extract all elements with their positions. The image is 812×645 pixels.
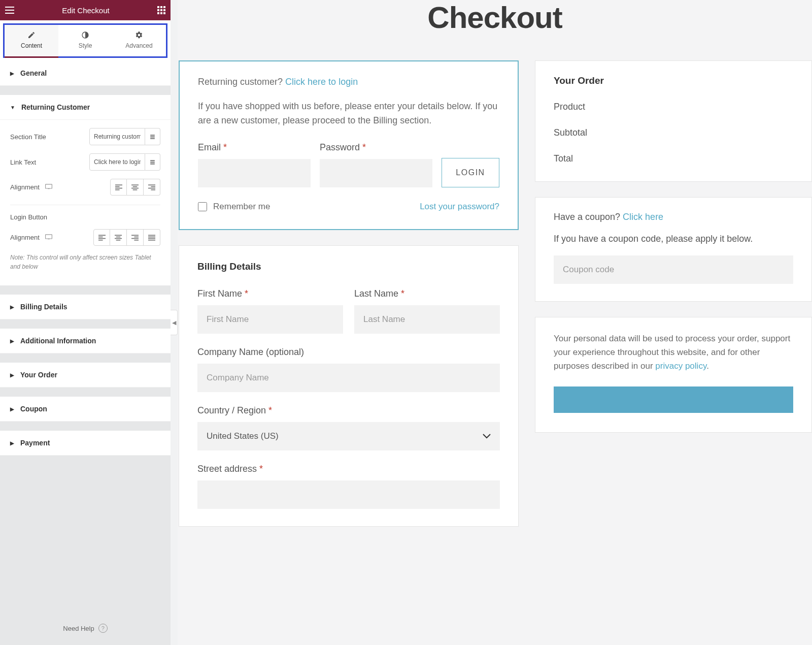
svg-rect-10: [46, 184, 52, 188]
page-title: Checkout: [178, 0, 812, 60]
order-heading: Your Order: [554, 75, 793, 86]
sidebar-footer[interactable]: Need Help ?: [0, 611, 171, 645]
tabs-highlight: Content Style Advanced: [0, 20, 171, 61]
svg-rect-7: [160, 12, 162, 14]
responsive-icon[interactable]: [45, 184, 52, 189]
returning-controls: Section Title Link Text: [0, 120, 171, 285]
coupon-instructions: If you have a coupon code, please apply …: [554, 234, 793, 244]
caret-down-icon: ▼: [10, 105, 15, 110]
editor-sidebar: Edit Checkout Content Style Advanced: [0, 0, 171, 645]
need-help-label: Need Help: [63, 625, 94, 632]
help-icon: ?: [98, 624, 108, 633]
align-left-button[interactable]: [110, 179, 127, 196]
privacy-policy-link[interactable]: privacy policy: [655, 361, 706, 371]
coupon-card: Have a coupon? Click here If you have a …: [535, 197, 812, 302]
password-field[interactable]: [320, 159, 432, 187]
tab-style-label: Style: [79, 42, 92, 49]
align-left-button[interactable]: [93, 229, 110, 246]
responsive-icon[interactable]: [45, 234, 52, 240]
street-field[interactable]: [197, 480, 500, 509]
place-order-button[interactable]: [554, 386, 793, 413]
login-alignment-choices: [93, 229, 160, 246]
section-label: Billing Details: [20, 303, 67, 311]
apps-icon[interactable]: [157, 6, 165, 14]
svg-rect-3: [157, 9, 159, 11]
street-label: Street address *: [197, 464, 500, 474]
dynamic-tags-button[interactable]: [145, 128, 160, 145]
control-login-alignment: Alignment: [10, 221, 160, 246]
remember-me-checkbox[interactable]: [198, 202, 207, 211]
caret-right-icon: ▶: [10, 71, 14, 76]
caret-right-icon: ▶: [10, 304, 14, 310]
first-name-field[interactable]: [197, 305, 343, 334]
control-link-text: Link Text: [10, 145, 160, 171]
section-returning-customer[interactable]: ▼ Returning Customer: [0, 95, 171, 120]
svg-rect-1: [160, 6, 162, 8]
caret-right-icon: ▶: [10, 440, 14, 446]
section-title-input[interactable]: [89, 128, 145, 145]
section-label: Additional Information: [20, 337, 96, 345]
tab-advanced[interactable]: Advanced: [112, 25, 166, 56]
country-select[interactable]: United States (US): [197, 422, 500, 450]
control-label: Link Text: [10, 158, 36, 166]
section-additional-information[interactable]: ▶ Additional Information: [0, 329, 171, 353]
email-field[interactable]: [198, 159, 311, 187]
billing-heading: Billing Details: [197, 261, 500, 272]
login-toggle-link[interactable]: Click here to login: [285, 77, 358, 87]
lost-password-link[interactable]: Lost your password?: [420, 202, 499, 212]
tab-style[interactable]: Style: [58, 25, 112, 56]
coupon-toggle-link[interactable]: Click here: [623, 212, 663, 222]
svg-rect-13: [48, 239, 50, 239]
caret-right-icon: ▶: [10, 406, 14, 412]
control-alignment: Alignment: [10, 171, 160, 196]
svg-rect-11: [48, 188, 50, 189]
align-right-button[interactable]: [127, 229, 144, 246]
caret-right-icon: ▶: [10, 338, 14, 344]
svg-rect-0: [157, 6, 159, 8]
section-general[interactable]: ▶ General: [0, 61, 171, 86]
first-name-label: First Name *: [197, 288, 343, 299]
order-total-row: Total: [554, 153, 793, 164]
collapse-sidebar-button[interactable]: ◀: [171, 310, 178, 335]
align-center-button[interactable]: [127, 179, 144, 196]
section-label: Returning Customer: [21, 103, 90, 111]
remember-me-label[interactable]: Remember me: [198, 202, 270, 212]
align-center-button[interactable]: [110, 229, 127, 246]
privacy-text: Your personal data will be used to proce…: [554, 332, 793, 373]
alignment-choices: [110, 179, 160, 196]
tab-content[interactable]: Content: [5, 25, 58, 56]
sidebar-title: Edit Checkout: [62, 6, 109, 15]
control-label: Section Title: [10, 133, 46, 141]
section-payment[interactable]: ▶ Payment: [0, 431, 171, 456]
section-coupon[interactable]: ▶ Coupon: [0, 397, 171, 422]
section-billing-details[interactable]: ▶ Billing Details: [0, 295, 171, 319]
company-field[interactable]: [197, 364, 500, 392]
section-label: Payment: [20, 439, 50, 447]
order-subtotal-row: Subtotal: [554, 127, 793, 138]
caret-right-icon: ▶: [10, 372, 14, 378]
company-label: Company Name (optional): [197, 347, 500, 358]
returning-line: Returning customer? Click here to login: [198, 77, 499, 87]
coupon-code-field[interactable]: [554, 255, 793, 284]
order-product-row: Product: [554, 102, 793, 112]
svg-rect-8: [163, 12, 165, 14]
returning-customer-card[interactable]: Returning customer? Click here to login …: [179, 60, 519, 230]
control-label: Alignment: [10, 234, 52, 241]
panel-scroll: ▶ General ▼ Returning Customer Section T…: [0, 61, 171, 611]
align-justify-button[interactable]: [144, 229, 160, 246]
login-button[interactable]: LOGIN: [442, 158, 499, 187]
sidebar-header: Edit Checkout: [0, 0, 171, 20]
align-right-button[interactable]: [144, 179, 160, 196]
login-button-heading: Login Button: [10, 205, 160, 221]
dynamic-tags-button[interactable]: [145, 153, 160, 171]
svg-rect-2: [163, 6, 165, 8]
email-label: Email *: [198, 142, 311, 153]
section-your-order[interactable]: ▶ Your Order: [0, 363, 171, 388]
menu-icon[interactable]: [5, 7, 14, 14]
section-label: General: [20, 69, 47, 77]
last-name-field[interactable]: [354, 305, 500, 334]
svg-rect-4: [160, 9, 162, 11]
svg-rect-6: [157, 12, 159, 14]
svg-rect-12: [46, 235, 52, 239]
link-text-input[interactable]: [89, 153, 145, 171]
